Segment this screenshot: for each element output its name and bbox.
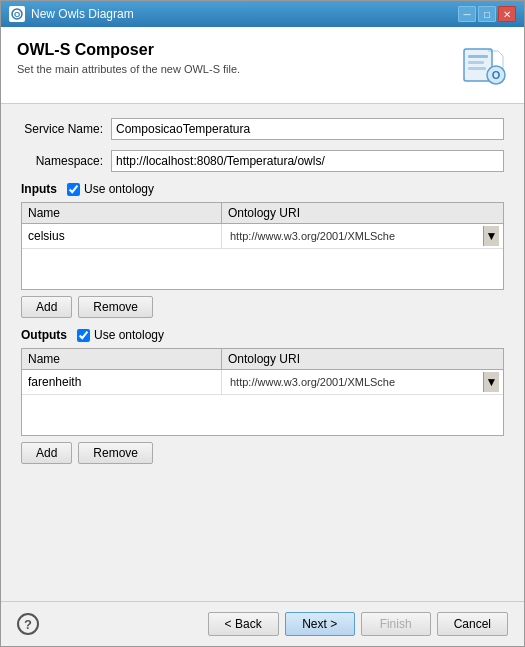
footer-left: ?	[17, 613, 39, 635]
inputs-button-row: Add Remove	[21, 296, 504, 318]
namespace-row: Namespace:	[21, 150, 504, 172]
close-button[interactable]: ✕	[498, 6, 516, 22]
header-text: OWL-S Composer Set the main attributes o…	[17, 41, 240, 75]
outputs-uri-dropdown: http://www.w3.org/2001/XMLSche	[226, 374, 483, 390]
outputs-table: Name Ontology URI http://www.w3.org/2001…	[21, 348, 504, 436]
next-button[interactable]: Next >	[285, 612, 355, 636]
outputs-section-header: Outputs Use ontology	[21, 328, 504, 342]
inputs-title: Inputs	[21, 182, 57, 196]
inputs-table: Name Ontology URI http://www.w3.org/2001…	[21, 202, 504, 290]
window-title: New Owls Diagram	[31, 7, 134, 21]
inputs-uri-header: Ontology URI	[222, 203, 503, 223]
inputs-use-ontology-label[interactable]: Use ontology	[67, 182, 154, 196]
outputs-uri-header: Ontology URI	[222, 349, 503, 369]
service-name-label: Service Name:	[21, 122, 111, 136]
service-name-input[interactable]	[111, 118, 504, 140]
finish-button[interactable]: Finish	[361, 612, 431, 636]
inputs-section-header: Inputs Use ontology	[21, 182, 504, 196]
help-button[interactable]: ?	[17, 613, 39, 635]
outputs-name-cell	[22, 370, 222, 394]
inputs-name-input[interactable]	[26, 226, 217, 246]
footer-right: < Back Next > Finish Cancel	[208, 612, 508, 636]
inputs-uri-dropdown-arrow[interactable]: ▼	[483, 226, 499, 246]
form-section: Service Name: Namespace: Inputs Use onto…	[1, 104, 524, 601]
outputs-name-input[interactable]	[26, 372, 217, 392]
cancel-button[interactable]: Cancel	[437, 612, 508, 636]
footer: ? < Back Next > Finish Cancel	[1, 601, 524, 646]
header-subtitle: Set the main attributes of the new OWL-S…	[17, 63, 240, 75]
inputs-use-ontology-checkbox[interactable]	[67, 183, 80, 196]
maximize-button[interactable]: □	[478, 6, 496, 22]
outputs-title: Outputs	[21, 328, 67, 342]
header-section: OWL-S Composer Set the main attributes o…	[1, 27, 524, 104]
window-icon: O	[9, 6, 25, 22]
minimize-button[interactable]: ─	[458, 6, 476, 22]
outputs-table-empty	[22, 395, 503, 435]
back-button[interactable]: < Back	[208, 612, 279, 636]
inputs-remove-button[interactable]: Remove	[78, 296, 153, 318]
inputs-table-empty	[22, 249, 503, 289]
outputs-use-ontology-checkbox[interactable]	[77, 329, 90, 342]
inputs-name-cell	[22, 224, 222, 248]
title-bar-left: O New Owls Diagram	[9, 6, 134, 22]
outputs-name-header: Name	[22, 349, 222, 369]
outputs-use-ontology-label[interactable]: Use ontology	[77, 328, 164, 342]
header-title: OWL-S Composer	[17, 41, 240, 59]
outputs-button-row: Add Remove	[21, 442, 504, 464]
main-window: O New Owls Diagram ─ □ ✕ OWL-S Composer …	[0, 0, 525, 647]
outputs-table-row: http://www.w3.org/2001/XMLSche ▼	[22, 370, 503, 395]
inputs-uri-value: http://www.w3.org/2001/XMLSche	[230, 230, 395, 242]
outputs-add-button[interactable]: Add	[21, 442, 72, 464]
svg-text:O: O	[492, 69, 501, 81]
svg-rect-4	[468, 61, 484, 64]
outputs-remove-button[interactable]: Remove	[78, 442, 153, 464]
inputs-uri-cell: http://www.w3.org/2001/XMLSche ▼	[222, 224, 503, 248]
outputs-uri-dropdown-arrow[interactable]: ▼	[483, 372, 499, 392]
title-bar: O New Owls Diagram ─ □ ✕	[1, 1, 524, 27]
svg-text:O: O	[14, 10, 20, 19]
service-name-row: Service Name:	[21, 118, 504, 140]
header-icon: O	[460, 41, 508, 89]
svg-rect-5	[468, 67, 486, 70]
namespace-input[interactable]	[111, 150, 504, 172]
outputs-uri-cell: http://www.w3.org/2001/XMLSche ▼	[222, 370, 503, 394]
inputs-table-header: Name Ontology URI	[22, 203, 503, 224]
namespace-label: Namespace:	[21, 154, 111, 168]
inputs-table-row: http://www.w3.org/2001/XMLSche ▼	[22, 224, 503, 249]
outputs-table-header: Name Ontology URI	[22, 349, 503, 370]
inputs-uri-dropdown: http://www.w3.org/2001/XMLSche	[226, 228, 483, 244]
title-bar-controls: ─ □ ✕	[458, 6, 516, 22]
inputs-add-button[interactable]: Add	[21, 296, 72, 318]
svg-rect-3	[468, 55, 488, 58]
outputs-uri-value: http://www.w3.org/2001/XMLSche	[230, 376, 395, 388]
inputs-name-header: Name	[22, 203, 222, 223]
